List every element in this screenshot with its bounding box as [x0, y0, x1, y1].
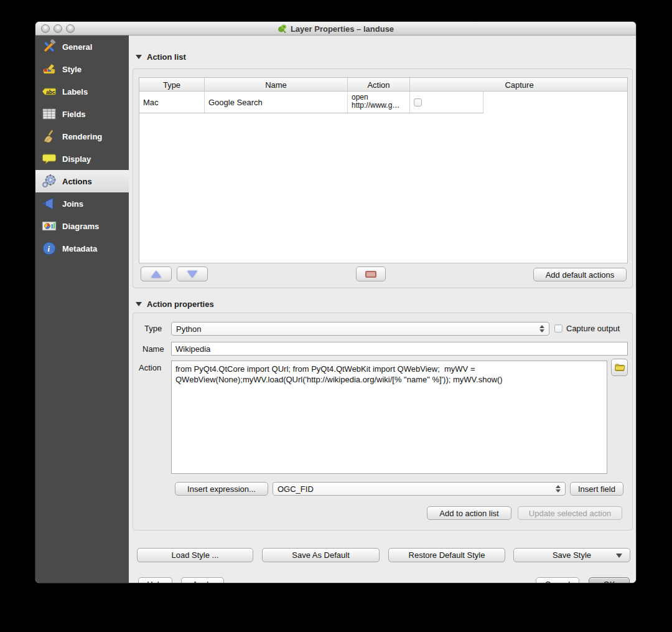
action-properties-section-header[interactable]: Action properties: [136, 299, 214, 309]
actions-panel: Action list Type Name Action Capture Mac…: [129, 35, 636, 583]
save-style-label: Save Style: [553, 550, 591, 560]
cell-type[interactable]: Mac: [139, 92, 205, 113]
action-list-groupbox: Type Name Action Capture Mac Google Sear…: [133, 68, 633, 288]
row-divider: [139, 113, 483, 113]
type-combobox-value: Python: [176, 324, 201, 334]
name-label: Name: [142, 344, 164, 354]
add-to-action-list-button[interactable]: Add to action list: [427, 506, 511, 520]
field-combobox-value: OGC_FID: [278, 484, 314, 494]
sidebar-item-label: Fields: [62, 110, 86, 119]
sidebar-item-labels[interactable]: abc Labels: [35, 80, 129, 103]
save-as-default-button[interactable]: Save As Default: [262, 548, 380, 562]
capture-output-control[interactable]: Capture output: [554, 324, 620, 333]
move-action-up-button[interactable]: [141, 266, 172, 281]
type-label: Type: [144, 324, 162, 333]
move-action-down-button[interactable]: [177, 266, 208, 281]
svg-text:i: i: [48, 244, 50, 253]
type-combobox[interactable]: Python: [171, 322, 549, 336]
sidebar-item-label: General: [62, 42, 92, 52]
arrow-up-icon: [151, 271, 161, 278]
table-icon: [41, 106, 57, 122]
info-icon: i: [41, 240, 57, 257]
sidebar-item-label: Rendering: [62, 132, 102, 141]
broom-icon: [41, 128, 57, 144]
restore-default-style-button[interactable]: Restore Default Style: [388, 548, 505, 562]
collapse-triangle-icon[interactable]: [136, 55, 142, 59]
capture-output-label: Capture output: [566, 324, 620, 333]
cell-name[interactable]: Google Search: [205, 92, 348, 113]
sidebar-item-label: Labels: [62, 87, 88, 97]
ok-button[interactable]: OK: [589, 577, 630, 583]
help-button[interactable]: Help: [138, 577, 172, 583]
insert-field-button[interactable]: Insert field: [570, 482, 623, 496]
stepper-icon: [538, 323, 546, 335]
sidebar-item-rendering[interactable]: Rendering: [35, 125, 129, 148]
folder-icon: [614, 362, 625, 373]
column-header-type[interactable]: Type: [139, 78, 205, 92]
svg-text:abc: abc: [46, 89, 55, 95]
load-style-button[interactable]: Load Style ...: [137, 548, 253, 562]
join-icon: [41, 196, 57, 212]
dropdown-arrow-icon: [616, 554, 622, 558]
properties-sidebar: General Style abc Labels Fields Renderin…: [35, 35, 129, 583]
sidebar-item-actions[interactable]: Actions: [35, 170, 129, 192]
capture-output-checkbox[interactable]: [554, 324, 562, 333]
action-code-textarea[interactable]: from PyQt4.QtCore import QUrl; from PyQt…: [171, 361, 607, 474]
sidebar-item-label: Metadata: [62, 244, 97, 253]
column-header-action[interactable]: Action: [348, 78, 410, 92]
sidebar-item-fields[interactable]: Fields: [35, 103, 129, 125]
abc-tag-icon: abc: [41, 83, 57, 100]
stepper-icon: [554, 483, 562, 495]
sidebar-item-label: Style: [62, 65, 82, 74]
sidebar-item-label: Actions: [62, 177, 92, 186]
tools-icon: [41, 39, 57, 55]
action-list-section-header[interactable]: Action list: [136, 52, 186, 62]
sidebar-item-style[interactable]: Style: [35, 58, 129, 80]
section-title: Action properties: [147, 299, 214, 309]
add-default-actions-button[interactable]: Add default actions: [533, 268, 627, 281]
name-input[interactable]: Wikipedia: [171, 342, 628, 356]
apply-button[interactable]: Apply: [181, 577, 224, 583]
collapse-triangle-icon[interactable]: [136, 302, 142, 306]
sidebar-item-label: Joins: [62, 199, 83, 209]
browse-file-button[interactable]: [611, 359, 628, 376]
action-properties-groupbox: Type Python Capture output Name Wikipedi…: [133, 313, 633, 531]
cell-capture[interactable]: [410, 92, 483, 113]
save-style-dropdown-button[interactable]: Save Style: [513, 548, 630, 562]
arrow-down-icon: [187, 271, 197, 278]
speech-bubble-icon: [41, 151, 57, 167]
section-title: Action list: [147, 52, 186, 62]
sidebar-item-diagrams[interactable]: Diagrams: [35, 215, 129, 237]
capture-checkbox[interactable]: [414, 98, 422, 106]
remove-icon: [365, 271, 376, 278]
qgis-app-icon: [278, 24, 287, 34]
action-table[interactable]: Type Name Action Capture Mac Google Sear…: [139, 77, 628, 263]
sidebar-item-label: Diagrams: [62, 222, 99, 231]
diagram-icon: [41, 218, 57, 234]
column-header-name[interactable]: Name: [205, 78, 348, 92]
window-title: Layer Properties – landuse: [291, 24, 394, 34]
action-label: Action: [139, 363, 161, 372]
cell-action[interactable]: open http://www.g…: [348, 92, 410, 113]
insert-expression-button[interactable]: Insert expression...: [175, 482, 268, 496]
brush-icon: [41, 61, 57, 77]
cancel-button[interactable]: Cancel: [536, 577, 579, 583]
layer-properties-window: Layer Properties – landuse General Style…: [35, 22, 636, 583]
column-header-capture[interactable]: Capture: [410, 78, 628, 92]
cell-action-line2: http://www.g…: [352, 101, 409, 110]
action-table-header: Type Name Action Capture: [139, 78, 627, 92]
field-combobox[interactable]: OGC_FID: [273, 482, 566, 496]
sidebar-item-joins[interactable]: Joins: [35, 192, 129, 215]
remove-action-button[interactable]: [356, 266, 386, 281]
gears-icon: [41, 173, 57, 189]
sidebar-item-display[interactable]: Display: [35, 148, 129, 170]
title-bar[interactable]: Layer Properties – landuse: [35, 22, 636, 35]
sidebar-item-general[interactable]: General: [35, 35, 129, 58]
sidebar-item-metadata[interactable]: i Metadata: [35, 237, 129, 260]
sidebar-item-label: Display: [62, 154, 91, 164]
update-selected-action-button[interactable]: Update selected action: [518, 506, 622, 520]
